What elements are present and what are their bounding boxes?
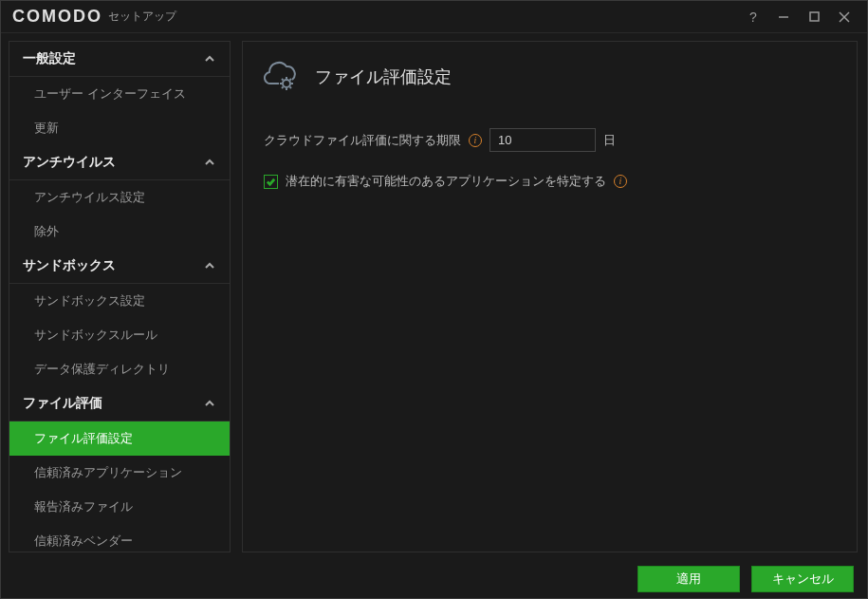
chevron-up-icon <box>203 259 216 272</box>
sidebar: 一般設定ユーザー インターフェイス更新アンチウイルスアンチウイルス設定除外サンド… <box>1 33 236 560</box>
sidebar-item-sb-settings[interactable]: サンドボックス設定 <box>9 284 230 318</box>
cloud-limit-unit: 日 <box>603 132 616 149</box>
svg-line-11 <box>290 79 292 81</box>
help-icon: ? <box>749 9 757 25</box>
section-label: アンチウイルス <box>23 154 116 171</box>
maximize-button[interactable] <box>799 4 829 30</box>
svg-point-4 <box>283 80 290 87</box>
detect-pua-checkbox[interactable] <box>264 175 278 189</box>
page-title: ファイル評価設定 <box>315 66 452 88</box>
apply-button[interactable]: 適用 <box>637 566 740 592</box>
sidebar-item-av-settings[interactable]: アンチウイルス設定 <box>9 180 230 215</box>
footer: 適用 キャンセル <box>1 560 867 598</box>
section-header-antivirus[interactable]: アンチウイルス <box>9 145 230 180</box>
chevron-up-icon <box>203 397 216 410</box>
maximize-icon <box>809 11 820 22</box>
sidebar-item-fr-settings[interactable]: ファイル評価設定 <box>9 421 230 456</box>
sidebar-item-data-protect[interactable]: データ保護ディレクトリ <box>9 352 230 386</box>
section-header-file-rating[interactable]: ファイル評価 <box>9 386 230 421</box>
chevron-up-icon <box>203 52 216 66</box>
help-button[interactable]: ? <box>738 4 768 30</box>
detect-pua-row: 潜在的に有害な可能性のあるアプリケーションを特定する i <box>264 173 836 190</box>
cloud-limit-input[interactable] <box>489 128 596 152</box>
svg-line-9 <box>282 79 284 81</box>
check-icon <box>266 177 276 187</box>
chevron-up-icon <box>203 156 216 169</box>
section-label: 一般設定 <box>23 50 76 67</box>
info-icon[interactable]: i <box>614 175 627 188</box>
svg-rect-1 <box>810 12 819 21</box>
cloud-limit-label: クラウドファイル評価に関する期限 <box>264 132 461 149</box>
svg-line-10 <box>290 87 292 89</box>
section-label: サンドボックス <box>23 257 116 274</box>
page-header: ファイル評価設定 <box>264 59 836 94</box>
section-header-general[interactable]: 一般設定 <box>9 42 230 77</box>
info-icon[interactable]: i <box>469 134 482 147</box>
sidebar-item-update[interactable]: 更新 <box>9 111 230 145</box>
section-header-sandbox[interactable]: サンドボックス <box>9 249 230 284</box>
cloud-gear-icon <box>264 59 302 94</box>
sidebar-item-reported-files[interactable]: 報告済みファイル <box>9 490 230 524</box>
titlebar-subtitle: セットアップ <box>108 9 176 25</box>
sidebar-item-exclude[interactable]: 除外 <box>9 215 230 249</box>
app-logo: COMODO <box>12 7 102 27</box>
cancel-button[interactable]: キャンセル <box>751 566 854 592</box>
sidebar-item-trusted-vendors[interactable]: 信頼済みベンダー <box>9 524 230 552</box>
close-icon <box>839 11 850 23</box>
titlebar: COMODO セットアップ ? <box>1 1 867 33</box>
svg-line-12 <box>282 87 284 89</box>
minimize-button[interactable] <box>768 4 799 30</box>
sidebar-item-trusted-apps[interactable]: 信頼済みアプリケーション <box>9 456 230 490</box>
detect-pua-label: 潜在的に有害な可能性のあるアプリケーションを特定する <box>286 173 606 190</box>
close-button[interactable] <box>829 4 859 30</box>
main-panel: ファイル評価設定 クラウドファイル評価に関する期限 i 日 潜在的に有害な可能性… <box>236 33 867 560</box>
minimize-icon <box>778 11 789 23</box>
cloud-limit-row: クラウドファイル評価に関する期限 i 日 <box>264 128 836 152</box>
sidebar-item-sb-rules[interactable]: サンドボックスルール <box>9 318 230 352</box>
section-label: ファイル評価 <box>23 395 102 412</box>
sidebar-item-ui[interactable]: ユーザー インターフェイス <box>9 77 230 111</box>
